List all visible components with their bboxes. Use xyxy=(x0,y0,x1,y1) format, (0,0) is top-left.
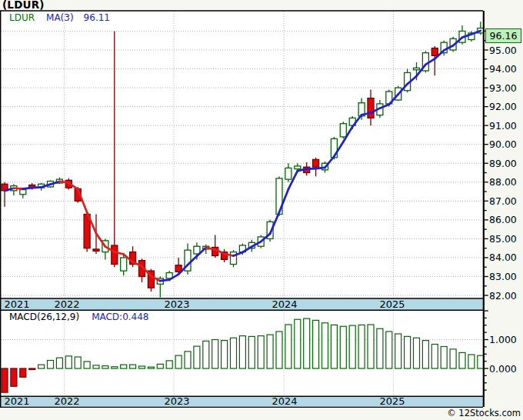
macd-bar xyxy=(431,345,438,369)
macd-bar xyxy=(478,355,484,368)
macd-bar xyxy=(102,366,108,368)
macd-legend-value: MACD:0.448 xyxy=(92,312,148,322)
macd-bar xyxy=(441,347,447,369)
ma-segment xyxy=(316,168,325,168)
year-label: 2022 xyxy=(54,298,79,310)
price-axis-label: 82.00 xyxy=(489,290,517,302)
macd-legend: MACD(26,12,9)MACD:0.448 xyxy=(9,312,149,322)
macd-bar xyxy=(157,364,163,368)
price-axis-label: 92.00 xyxy=(489,101,517,112)
price-axis-label: 85.00 xyxy=(489,233,517,245)
macd-bar xyxy=(468,355,475,368)
macd-bar xyxy=(148,367,154,368)
macd-bar xyxy=(175,355,182,368)
macd-bar xyxy=(304,318,310,368)
macd-bar xyxy=(20,368,26,377)
macd-bar xyxy=(285,325,291,368)
macd-bar xyxy=(139,366,145,368)
price-axis-label: 84.00 xyxy=(489,252,517,263)
macd-bar xyxy=(84,362,90,368)
macd-bar xyxy=(212,340,218,369)
macd-bar xyxy=(349,325,355,368)
year-label: 2022 xyxy=(54,395,79,407)
year-label: 2025 xyxy=(379,395,405,407)
stock-chart-page: (LDUR) 95.0094.0093.0092.0091.0090.0089.… xyxy=(0,0,523,420)
macd-bar xyxy=(368,325,374,368)
candle xyxy=(414,68,420,69)
copyright-text: © 12Stocks.com xyxy=(447,408,521,418)
macd-bar xyxy=(395,334,401,368)
macd-bar xyxy=(276,332,282,368)
macd-bar xyxy=(322,323,328,368)
price-axis-label: 90.00 xyxy=(489,138,517,150)
year-label: 2024 xyxy=(271,298,297,310)
macd-bar xyxy=(48,361,54,369)
candle xyxy=(431,48,438,56)
candle xyxy=(295,166,301,169)
last-price-badge: 96.16 xyxy=(485,28,521,43)
macd-bar xyxy=(185,352,191,368)
ma-segment xyxy=(32,187,42,188)
macd-bar xyxy=(2,368,8,392)
candle xyxy=(231,252,237,265)
macd-bar xyxy=(130,365,136,368)
macd-bar xyxy=(313,320,319,368)
candle xyxy=(313,159,319,167)
price-axis-label: 95.00 xyxy=(489,45,517,56)
year-label: 2023 xyxy=(164,298,189,310)
macd-bar xyxy=(414,338,420,368)
candle xyxy=(368,98,374,118)
candle xyxy=(93,249,99,251)
macd-bar xyxy=(121,365,127,368)
macd-bar xyxy=(295,319,301,368)
macd-bar xyxy=(38,365,45,368)
year-label: 2024 xyxy=(271,395,297,407)
price-axis-label: 87.00 xyxy=(489,195,517,207)
chart-canvas: 95.0094.0093.0092.0091.0090.0089.0088.00… xyxy=(0,0,523,420)
macd-bar xyxy=(222,341,228,368)
legend-ma-label: MA(3) xyxy=(46,12,74,23)
macd-bar xyxy=(377,328,383,368)
price-axis: 95.0094.0093.0092.0091.0090.0089.0088.00… xyxy=(485,31,517,301)
macd-bar xyxy=(29,368,35,370)
price-axis-label: 93.00 xyxy=(489,82,517,94)
ma-segment xyxy=(23,188,32,188)
macd-bar xyxy=(405,336,411,368)
candle xyxy=(121,258,127,271)
candle xyxy=(340,124,346,137)
macd-legend-label: MACD(26,12,9) xyxy=(9,312,79,322)
candle xyxy=(112,245,118,265)
macd-bar xyxy=(239,336,245,368)
ma-segment xyxy=(14,188,23,189)
macd-bar xyxy=(331,325,337,368)
price-axis-label: 89.00 xyxy=(489,158,517,169)
macd-bar xyxy=(459,352,465,368)
macd-bar xyxy=(340,326,346,368)
price-axis-label: 88.00 xyxy=(489,176,517,188)
macd-bar xyxy=(358,325,365,368)
ma-segment xyxy=(59,182,68,183)
macd-bar xyxy=(231,338,237,368)
price-axis-label: 86.00 xyxy=(489,214,517,225)
macd-bar xyxy=(65,356,72,368)
macd-bar xyxy=(203,341,209,368)
candle xyxy=(20,190,26,195)
macd-bar xyxy=(248,336,255,368)
macd-bar xyxy=(450,349,456,368)
macd-bar xyxy=(194,346,200,368)
macd-bar xyxy=(422,341,428,368)
macd-bar xyxy=(93,365,99,368)
year-label: 2023 xyxy=(164,395,189,407)
macd-bar xyxy=(112,367,118,368)
price-axis-label: 91.00 xyxy=(489,120,517,132)
year-label: 2021 xyxy=(4,298,29,310)
macd-bar xyxy=(75,357,81,368)
macd-bar xyxy=(258,336,264,368)
macd-axis: 1.0000.000 xyxy=(485,311,517,390)
candle xyxy=(285,168,291,179)
macd-bar xyxy=(166,361,172,368)
macd-bar xyxy=(56,358,62,368)
year-label: 2021 xyxy=(4,395,29,407)
macd-axis-label: 0.000 xyxy=(489,363,517,375)
legend-ma-value: 96.11 xyxy=(84,12,110,23)
